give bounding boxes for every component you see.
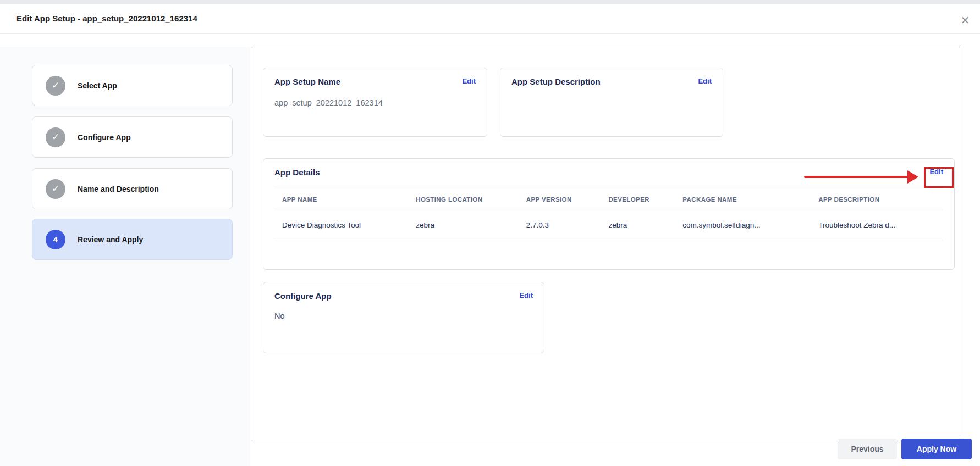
column-header: PACKAGE NAME	[675, 188, 811, 210]
cell-package-name: com.symbol.selfdiagn...	[675, 210, 811, 240]
step-select-app[interactable]: ✓ Select App	[32, 65, 233, 106]
column-header: HOSTING LOCATION	[408, 188, 519, 210]
check-icon: ✓	[46, 179, 65, 199]
review-panel: App Setup Name Edit app_setup_20221012_1…	[251, 47, 960, 441]
card-title: App Setup Name	[274, 77, 340, 86]
step-number-badge: 4	[46, 230, 65, 249]
table-header-row: APP NAME HOSTING LOCATION APP VERSION DE…	[274, 188, 943, 210]
step-configure-app[interactable]: ✓ Configure App	[32, 116, 233, 158]
check-icon: ✓	[46, 127, 65, 147]
apply-now-button[interactable]: Apply Now	[901, 439, 972, 459]
step-label: Review and Apply	[78, 235, 143, 244]
app-setup-description-card: App Setup Description Edit	[500, 68, 723, 137]
annotation-highlight-box	[924, 167, 954, 188]
configure-app-card: Configure App Edit No	[263, 282, 544, 353]
step-name-description[interactable]: ✓ Name and Description	[32, 168, 233, 209]
card-title: App Details	[274, 168, 320, 177]
step-label: Name and Description	[78, 185, 159, 193]
cell-app-description: Troubleshoot Zebra d...	[811, 210, 943, 240]
cell-developer: zebra	[601, 210, 675, 240]
table-row: Device Diagnostics Tool zebra 2.7.0.3 ze…	[274, 210, 943, 240]
cell-app-version: 2.7.0.3	[519, 210, 601, 240]
card-title: Configure App	[274, 291, 332, 301]
page-background-strip	[0, 0, 980, 4]
column-header: APP VERSION	[519, 188, 601, 210]
app-details-table: APP NAME HOSTING LOCATION APP VERSION DE…	[274, 188, 943, 240]
app-setup-name-value: app_setup_20221012_162314	[274, 98, 476, 107]
annotation-arrow-head-icon	[907, 170, 918, 184]
dialog-title: Edit App Setup - app_setup_20221012_1623…	[16, 14, 197, 23]
annotation-arrow-line	[804, 176, 909, 178]
app-setup-name-edit-link[interactable]: Edit	[462, 77, 476, 85]
column-header: APP DESCRIPTION	[811, 188, 943, 210]
check-icon: ✓	[46, 76, 65, 96]
cell-hosting-location: zebra	[408, 210, 519, 240]
card-title: App Setup Description	[511, 77, 601, 86]
step-label: Select App	[78, 81, 117, 90]
cell-app-name: Device Diagnostics Tool	[274, 210, 408, 240]
app-setup-name-card: App Setup Name Edit app_setup_20221012_1…	[263, 68, 487, 137]
step-label: Configure App	[78, 133, 131, 142]
configure-app-value: No	[274, 312, 533, 320]
previous-button[interactable]: Previous	[838, 439, 897, 459]
column-header: APP NAME	[274, 188, 408, 210]
app-setup-description-edit-link[interactable]: Edit	[698, 77, 712, 85]
step-review-apply[interactable]: 4 Review and Apply	[32, 219, 233, 260]
configure-app-edit-link[interactable]: Edit	[519, 291, 533, 299]
wizard-stepper: ✓ Select App ✓ Configure App ✓ Name and …	[0, 47, 250, 466]
column-header: DEVELOPER	[601, 188, 675, 210]
close-icon[interactable]: ✕	[957, 12, 973, 29]
dialog-header: Edit App Setup - app_setup_20221012_1623…	[0, 4, 980, 34]
app-details-card: App Details Edit APP NAME HOSTING LOCATI…	[263, 158, 955, 270]
